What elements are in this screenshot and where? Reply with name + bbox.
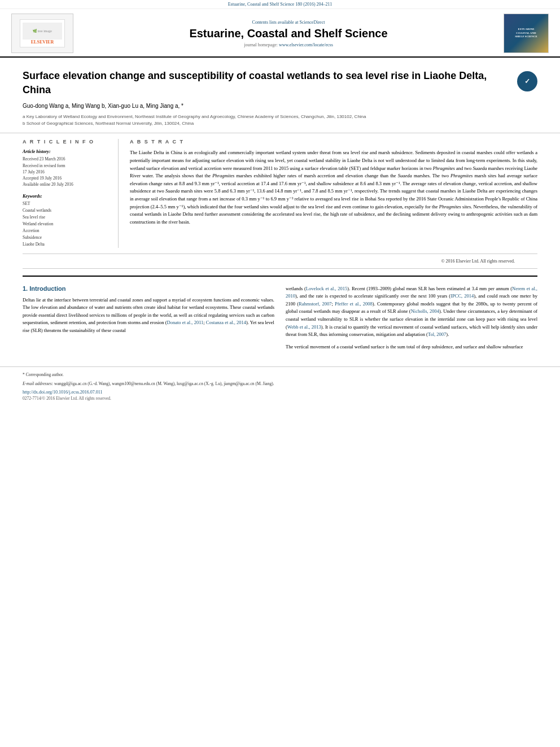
keyword-item: Wetland elevation bbox=[23, 221, 110, 228]
header-center: Contents lists available at ScienceDirec… bbox=[73, 20, 504, 47]
received-date: Received 23 March 2016 bbox=[23, 156, 110, 162]
email-addresses: E-mail addresses: wanggd@iga.ac.cn (G.-d… bbox=[23, 381, 537, 387]
intro-paragraph-3: The vertical movement of a coastal wetla… bbox=[286, 343, 537, 351]
page-wrapper: Estuarine, Coastal and Shelf Science 180… bbox=[0, 0, 560, 405]
ref-costanza[interactable]: Costanza et al., 2014 bbox=[206, 320, 246, 325]
introduction-section: 1. Introduction Deltas lie at the interf… bbox=[0, 277, 560, 361]
crossmark-icon: ✓ bbox=[524, 77, 530, 86]
journal-header: 🌿 tree image ELSEVIER Contents lists ava… bbox=[0, 9, 560, 58]
keyword-item: Sea level rise bbox=[23, 214, 110, 221]
cover-text: ESTUARINECOASTAL ANDSHELF SCIENCE bbox=[515, 28, 537, 39]
keyword-item: Subsidence bbox=[23, 234, 110, 241]
ref-ipcc[interactable]: IPCC, 2014 bbox=[450, 293, 474, 299]
crossmark-badge[interactable]: ✓ bbox=[517, 71, 537, 91]
sciencedirect-link: Contents lists available at ScienceDirec… bbox=[85, 20, 492, 25]
keyword-item: SET bbox=[23, 200, 110, 207]
authors-line: Guo-dong Wang a, Ming Wang b, Xian-guo L… bbox=[23, 103, 537, 109]
intro-paragraph-2: wetlands (Lovelock et al., 2015). Recent… bbox=[286, 285, 537, 339]
doi-link[interactable]: http://dx.doi.org/10.1016/j.ecss.2016.07… bbox=[23, 390, 537, 395]
affiliation-b: b School of Geographical Sciences, North… bbox=[23, 120, 537, 127]
ref-tol[interactable]: Tol, 2007 bbox=[428, 331, 446, 337]
intro-paragraph-1: Deltas lie at the interface between terr… bbox=[23, 296, 274, 335]
available-date: Available online 20 July 2016 bbox=[23, 181, 110, 187]
journal-title-header: Estuarine, Coastal and Shelf Science bbox=[85, 27, 492, 40]
article-info-label: A R T I C L E I N F O bbox=[23, 139, 110, 145]
affiliation-a: a Key Laboratory of Wetland Ecology and … bbox=[23, 113, 537, 120]
journal-reference: Estuarine, Coastal and Shelf Science 180… bbox=[228, 2, 333, 7]
journal-homepage: journal homepage: www.elsevier.com/locat… bbox=[85, 42, 492, 47]
corresponding-author-note: * Corresponding author. bbox=[23, 372, 537, 378]
article-title: Surface elevation change and susceptibil… bbox=[23, 69, 517, 97]
keywords-title: Keywords: bbox=[23, 194, 110, 199]
journal-url[interactable]: www.elsevier.com/locate/ecss bbox=[279, 42, 333, 47]
abstract-label: A B S T R A C T bbox=[130, 139, 537, 145]
revised-date: Received in revised form17 July 2016 bbox=[23, 163, 110, 176]
keyword-item: Liaohe Delta bbox=[23, 241, 110, 248]
ref-rahmstorf[interactable]: Rahmstorf, 2007 bbox=[299, 301, 331, 307]
keywords-section: Keywords: SETCoastal wetlandsSea level r… bbox=[23, 194, 110, 248]
journal-cover-image: ESTUARINECOASTAL ANDSHELF SCIENCE bbox=[504, 14, 549, 53]
elsevier-logo-left: 🌿 tree image ELSEVIER bbox=[11, 14, 73, 53]
article-title-block: Surface elevation change and susceptibil… bbox=[23, 69, 537, 97]
keyword-set: SETCoastal wetlandsSea level riseWetland… bbox=[23, 200, 110, 248]
ref-donato[interactable]: Donato et al., 2011 bbox=[167, 320, 204, 325]
keyword-item: Accretion bbox=[23, 228, 110, 234]
intro-right-column: wetlands (Lovelock et al., 2015). Recent… bbox=[286, 285, 537, 356]
ref-webb[interactable]: Webb et al., 2013 bbox=[287, 324, 321, 330]
issn-line: 0272-7714/© 2016 Elsevier Ltd. All right… bbox=[23, 396, 537, 401]
ref-nicholls[interactable]: Nicholls, 2004 bbox=[411, 308, 439, 314]
email-label: E-mail addresses: bbox=[23, 381, 53, 386]
top-bar: Estuarine, Coastal and Shelf Science 180… bbox=[0, 0, 560, 9]
article-info-column: A R T I C L E I N F O Article history: R… bbox=[23, 139, 119, 247]
abstract-text: The Liaohe Delta in China is an ecologic… bbox=[130, 149, 537, 226]
article-header: Surface elevation change and susceptibil… bbox=[0, 58, 560, 133]
keyword-item: Coastal wetlands bbox=[23, 207, 110, 214]
affiliations: a Key Laboratory of Wetland Ecology and … bbox=[23, 113, 537, 127]
ref-lovelock[interactable]: Lovelock et al., 2015 bbox=[306, 286, 348, 291]
copyright-line: © 2016 Elsevier Ltd. All rights reserved… bbox=[23, 254, 537, 269]
accepted-date: Accepted 19 July 2016 bbox=[23, 175, 110, 181]
elsevier-wordmark: ELSEVIER bbox=[31, 40, 54, 45]
intro-left-column: 1. Introduction Deltas lie at the interf… bbox=[23, 285, 274, 356]
section-heading: 1. Introduction bbox=[23, 285, 274, 292]
abstract-column: A B S T R A C T The Liaohe Delta in Chin… bbox=[130, 139, 537, 247]
article-info-abstract-section: A R T I C L E I N F O Article history: R… bbox=[0, 133, 560, 253]
email-list: wanggd@iga.ac.cn (G.-d. Wang), wangm100@… bbox=[54, 381, 274, 386]
ref-pfeffer[interactable]: Pfeffer et al., 2008 bbox=[335, 301, 373, 307]
history-title: Article history: bbox=[23, 149, 110, 154]
article-history: Article history: Received 23 March 2016 … bbox=[23, 149, 110, 187]
page-footer: * Corresponding author. E-mail addresses… bbox=[0, 366, 560, 405]
